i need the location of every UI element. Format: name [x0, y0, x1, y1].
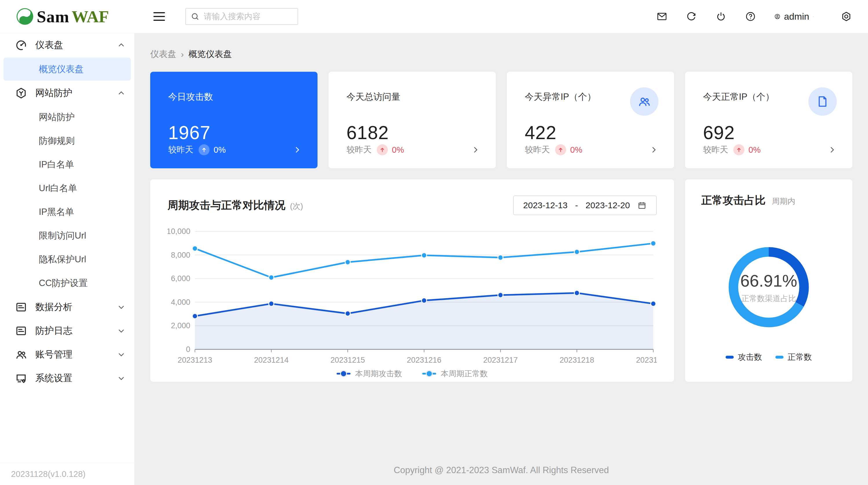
line-chart[interactable]: 02,0004,0006,0008,00010,0002023121320231…: [167, 223, 657, 368]
donut-legend-item[interactable]: 正常数: [775, 352, 812, 363]
sidebar-item-ip-blacklist[interactable]: IP黑名单: [3, 200, 131, 224]
svg-text:20231218: 20231218: [559, 356, 594, 364]
svg-text:20231216: 20231216: [407, 356, 441, 364]
stat-card-today-normal-ip[interactable]: 今天正常IP（个）692较昨天0%: [685, 72, 852, 168]
sidebar-item-url-whitelist[interactable]: Url白名单: [3, 177, 131, 200]
sidebar-item-site-protect[interactable]: 网站防护: [3, 105, 131, 129]
card-title: 今天总访问量: [346, 91, 478, 103]
svg-text:2,000: 2,000: [171, 321, 190, 330]
trend-up-icon: [198, 144, 210, 155]
system-icon: [15, 372, 27, 384]
card-value: 6182: [346, 122, 478, 143]
donut-legend: 攻击数正常数: [685, 352, 852, 363]
legend-marker: [337, 373, 350, 375]
card-compare-label: 较昨天: [703, 144, 728, 156]
trend-up-icon: [555, 144, 566, 155]
avatar-icon: [774, 13, 781, 20]
brand-logo[interactable]: Sam WAF: [16, 7, 132, 26]
donut-legend-item[interactable]: 攻击数: [725, 352, 762, 363]
sidebar-group-data-analysis[interactable]: 数据分析: [0, 295, 134, 319]
chevron-down-icon: [813, 13, 814, 20]
stat-card-today-visits[interactable]: 今天总访问量6182较昨天0%: [329, 72, 496, 168]
menu-toggle-icon[interactable]: [153, 12, 165, 21]
legend-marker: [725, 356, 734, 359]
svg-text:8,000: 8,000: [171, 251, 190, 259]
sidebar-group-site-protect[interactable]: 网站防护: [0, 81, 134, 105]
power-icon[interactable]: [715, 11, 727, 22]
date-end: 2023-12-20: [586, 200, 630, 210]
sidebar-group-protect-logs[interactable]: 防护日志: [0, 319, 134, 343]
header-actions: admin: [656, 11, 852, 22]
card-title: 今日攻击数: [168, 91, 300, 103]
brand-sam: Sam: [37, 7, 69, 26]
trend-chart-unit: (次): [290, 201, 303, 212]
settings-gear-icon[interactable]: [840, 11, 852, 22]
search-input[interactable]: [203, 11, 293, 22]
card-detail-arrow-icon[interactable]: [650, 146, 658, 154]
sidebar-item-label: Url白名单: [39, 182, 77, 194]
sidebar-item-overview[interactable]: 概览仪表盘: [3, 58, 131, 81]
trend-up-icon: [377, 144, 388, 155]
refresh-icon[interactable]: [686, 11, 697, 22]
card-detail-arrow-icon[interactable]: [293, 146, 301, 154]
date-start: 2023-12-13: [523, 200, 567, 210]
sidebar-item-limit-url[interactable]: 限制访问Url: [3, 224, 131, 247]
breadcrumb-current: 概览仪表盘: [188, 48, 232, 60]
svg-text:20231215: 20231215: [331, 356, 365, 364]
sidebar-nav: 仪表盘概览仪表盘网站防护网站防护防御规则IP白名单Url白名单IP黑名单限制访问…: [0, 33, 134, 485]
sidebar-item-ip-whitelist[interactable]: IP白名单: [3, 153, 131, 176]
sidebar-item-privacy-url[interactable]: 隐私保护Url: [3, 248, 131, 271]
card-value: 422: [525, 122, 656, 143]
legend-label: 正常数: [787, 352, 812, 363]
donut-chart[interactable]: 66.91% 正常数渠道占比: [724, 243, 814, 332]
user-menu[interactable]: admin: [774, 11, 814, 22]
card-percent: 0%: [214, 145, 226, 155]
card-detail-arrow-icon[interactable]: [471, 146, 479, 154]
brand-waf: WAF: [72, 7, 109, 26]
card-compare-label: 较昨天: [525, 144, 550, 156]
mail-icon[interactable]: [656, 11, 668, 22]
breadcrumb-root[interactable]: 仪表盘: [150, 48, 176, 60]
top-header: Sam WAF admin: [0, 0, 868, 33]
copyright-text: Copyright @ 2021-2023 SamWaf. All Rights…: [150, 465, 852, 476]
donut-percent: 66.91%: [740, 271, 797, 290]
svg-text:6,000: 6,000: [171, 274, 190, 283]
svg-text:20231219: 20231219: [636, 356, 657, 364]
chart-panels-row: 周期攻击与正常对比情况 (次) 2023-12-13 - 2023-12-20 …: [150, 179, 852, 382]
sidebar-item-label: 网站防护: [39, 111, 75, 123]
sidebar-group-account[interactable]: 账号管理: [0, 343, 134, 366]
card-value: 1967: [168, 122, 300, 143]
sidebar-group-label: 系统设置: [35, 372, 117, 385]
sidebar-group-label: 账号管理: [35, 348, 117, 361]
svg-text:4,000: 4,000: [171, 298, 190, 306]
sidebar-group-label: 数据分析: [35, 301, 117, 314]
help-icon[interactable]: [745, 11, 756, 22]
global-search: [185, 8, 298, 25]
trend-up-icon: [734, 144, 744, 155]
ratio-title: 正常攻击占比: [701, 193, 766, 208]
protect-logs-icon: [15, 325, 27, 337]
svg-text:10,000: 10,000: [167, 227, 190, 236]
card-detail-arrow-icon[interactable]: [828, 146, 836, 154]
svg-text:0: 0: [186, 345, 190, 354]
stat-card-today-attacks[interactable]: 今日攻击数1967较昨天0%: [150, 72, 317, 168]
sidebar-group-system[interactable]: 系统设置: [0, 366, 134, 390]
chevron-down-icon: [117, 374, 126, 383]
donut-center-label: 正常数渠道占比: [742, 293, 796, 304]
sidebar-group-label: 防护日志: [35, 324, 117, 337]
sidebar-item-label: 防御规则: [39, 135, 75, 147]
sidebar-item-defense-rules[interactable]: 防御规则: [3, 129, 131, 153]
sidebar-item-cc-settings[interactable]: CC防护设置: [3, 271, 131, 295]
svg-text:20231214: 20231214: [254, 356, 288, 364]
stat-card-today-abnormal-ip[interactable]: 今天异常IP（个）422较昨天0%: [507, 72, 674, 168]
sidebar-item-label: 限制访问Url: [39, 230, 86, 242]
card-compare-label: 较昨天: [168, 144, 193, 156]
legend-item[interactable]: 本周期正常数: [422, 368, 488, 379]
legend-item[interactable]: 本周期攻击数: [337, 368, 402, 379]
stat-cards-row: 今日攻击数1967较昨天0%今天总访问量6182较昨天0%今天异常IP（个）42…: [150, 72, 852, 168]
ratio-subtitle: 周期内: [772, 196, 795, 206]
card-value: 692: [703, 122, 834, 143]
sidebar-group-dashboard[interactable]: 仪表盘: [0, 33, 134, 57]
data-analysis-icon: [15, 301, 27, 313]
date-range-picker[interactable]: 2023-12-13 - 2023-12-20: [513, 195, 657, 215]
